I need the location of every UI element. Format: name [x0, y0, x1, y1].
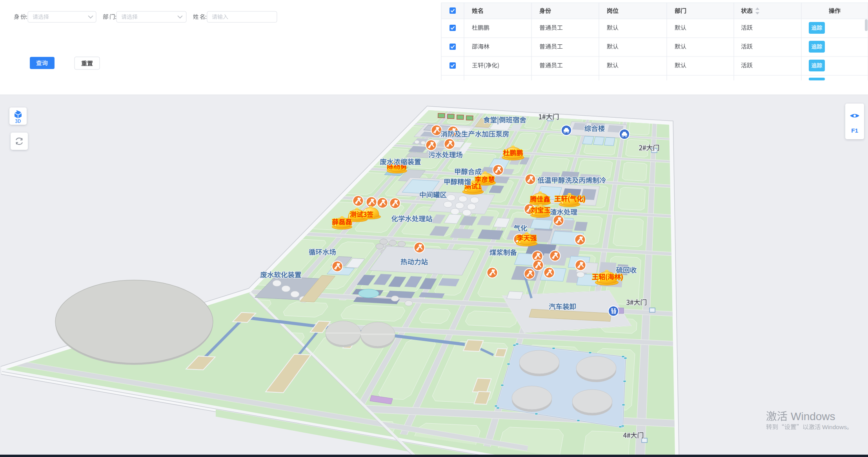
svg-text:Windows: Windows — [822, 424, 847, 430]
svg-text:F1: F1 — [851, 127, 858, 134]
svg-text:Windows: Windows — [791, 410, 835, 422]
